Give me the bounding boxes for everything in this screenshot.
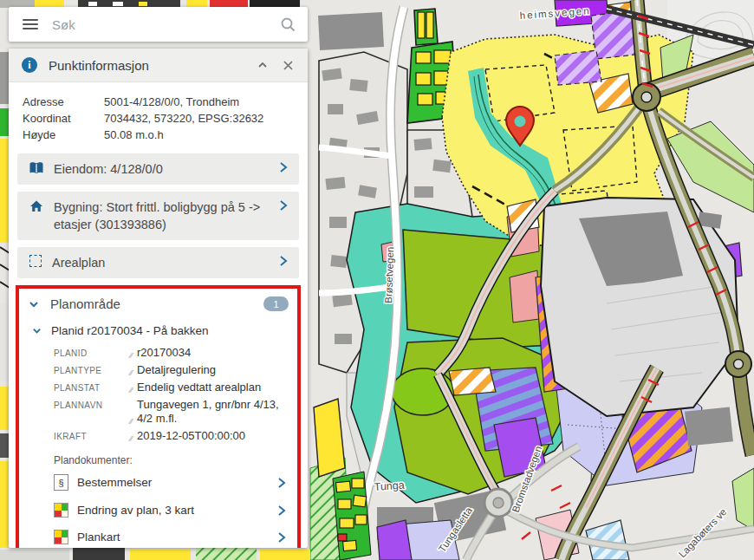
doc-endring-av-plan[interactable]: Endring av plan, 3 kart (19, 497, 297, 524)
section-planomrade-label: Planområde (50, 296, 263, 311)
field-planid-value: r20170034 (137, 346, 191, 360)
address-info: Adresse 5001-4/128/0/0, Trondheim Koordi… (9, 82, 308, 153)
field-planstat-value: Endelig vedtatt arealplan (137, 381, 261, 394)
elevation-value: 50.08 m.o.h (104, 127, 164, 143)
edit-marker-icon (130, 368, 133, 377)
map-quadrant-icon (54, 530, 68, 544)
edit-marker-icon (130, 351, 133, 360)
street-label-tunga: Tunga (374, 479, 405, 493)
field-plannavn-label: PLANNAVN (54, 398, 130, 426)
chevron-right-icon (276, 531, 287, 544)
section-bygning[interactable]: Bygning: Stort frittl. boligbygg på 5 ->… (17, 192, 299, 240)
point-info-panel: i Punktinformasjon Adresse 5001-4/128/0/… (9, 49, 308, 548)
plan-fields: PLANID r20170034 PLANTYPE Detaljreguleri… (19, 341, 297, 448)
field-planstat-label: PLANSTAT (54, 381, 130, 394)
doc-endring-label: Endring av plan, 3 kart (77, 504, 276, 517)
section-bygning-label: Bygning: Stort frittl. boligbygg på 5 ->… (54, 199, 278, 233)
chevron-right-icon (276, 476, 287, 490)
field-plannavn-value: Tungavegen 1, gnr/bnr 4/13, 4/2 m.fl. (137, 398, 289, 426)
section-eiendom[interactable]: Eiendom: 4/128/0/0 (17, 153, 299, 185)
field-plantype-label: PLANTYPE (54, 363, 130, 377)
chevron-down-icon (28, 299, 40, 309)
info-icon: i (22, 57, 37, 73)
planomrade-count-badge: 1 (263, 296, 289, 311)
highlight-red-box: Planområde 1 Planid r20170034 - På bakke… (16, 285, 301, 548)
section-eiendom-label: Eiendom: 4/128/0/0 (54, 160, 278, 178)
field-ikraft-label: IKRAFT (54, 429, 130, 443)
field-ikraft-value: 2019-12-05T00:00:00 (137, 429, 245, 443)
street-label-brosetvegen: Brøsetvegen (383, 246, 395, 303)
section-planomrade[interactable]: Planområde 1 (19, 289, 297, 319)
paragraph-icon: § (54, 474, 68, 491)
collapse-icon[interactable] (257, 59, 269, 71)
section-arealplan-label: Arealplan (52, 254, 278, 271)
map-quadrant-icon (54, 503, 68, 518)
doc-plankart[interactable]: Plankart (19, 524, 297, 548)
edit-marker-icon (130, 417, 133, 426)
chevron-right-icon (278, 254, 289, 268)
panel-header: i Punktinformasjon (9, 49, 308, 82)
chevron-right-icon (278, 160, 289, 174)
menu-icon[interactable] (23, 16, 38, 32)
book-icon (29, 161, 43, 175)
chevron-right-icon (278, 199, 289, 212)
search-icon[interactable] (280, 16, 296, 32)
edit-marker-icon (130, 386, 133, 394)
address-value: 5001-4/128/0/0, Trondheim (104, 94, 239, 110)
coordinate-value: 7034432, 573220, EPSG:32632 (104, 110, 263, 127)
elevation-label: Høyde (23, 127, 104, 143)
panel-title: Punktinformasjon (49, 58, 257, 73)
search-bar (9, 7, 308, 42)
address-label: Adresse (23, 94, 104, 110)
close-icon[interactable] (283, 60, 294, 71)
doc-bestemmelser-label: Bestemmelser (77, 476, 276, 489)
field-planid-label: PLANID (54, 346, 130, 360)
plan-item-title: Planid r20170034 - På bakken (51, 324, 209, 337)
coordinate-label: Koordinat (23, 110, 104, 127)
plan-outline-icon (29, 255, 42, 267)
search-input[interactable] (50, 16, 268, 33)
chevron-down-icon (31, 326, 42, 335)
plan-item[interactable]: Planid r20170034 - På bakken (19, 319, 297, 341)
plandokumenter-label: Plandokumenter: (19, 448, 297, 468)
doc-plankart-label: Plankart (77, 531, 276, 544)
doc-bestemmelser[interactable]: § Bestemmelser (19, 468, 297, 497)
field-plantype-value: Detaljregulering (137, 363, 216, 377)
chevron-right-icon (276, 504, 287, 518)
house-icon (29, 199, 43, 213)
edit-marker-icon (130, 434, 133, 443)
section-arealplan[interactable]: Arealplan (17, 247, 299, 278)
